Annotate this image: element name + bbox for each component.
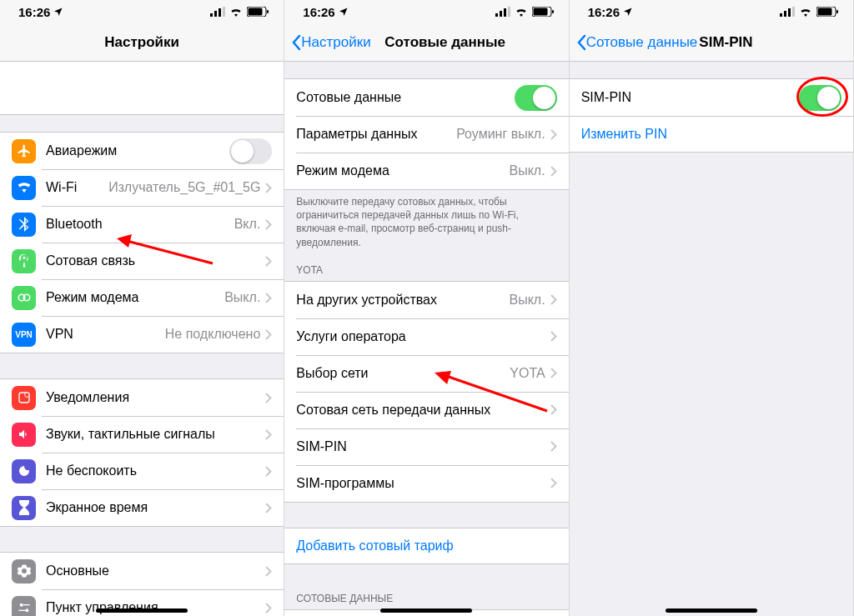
svg-rect-30 <box>788 8 791 17</box>
svg-rect-14 <box>18 610 25 611</box>
back-button[interactable]: Сотовые данные <box>576 34 698 51</box>
wifi-icon <box>799 7 812 17</box>
row-data-options[interactable]: Параметры данных Роуминг выкл. <box>284 116 568 153</box>
row-value: Излучатель_5G_#01_5G <box>108 180 260 195</box>
chevron-right-icon <box>550 441 557 452</box>
row-value: Не подключено <box>165 327 261 342</box>
wifi-icon <box>229 7 243 17</box>
chevron-left-icon <box>291 34 301 51</box>
row-carrier-services[interactable]: Услуги оператора <box>284 318 568 355</box>
svg-point-10 <box>24 393 28 397</box>
svg-rect-0 <box>210 13 213 17</box>
svg-rect-31 <box>792 7 795 17</box>
row-cellular-network[interactable]: Сотовая сеть передачи данных <box>284 392 568 428</box>
chevron-right-icon <box>550 404 557 415</box>
status-time: 16:26 <box>18 5 50 19</box>
svg-rect-29 <box>784 11 786 17</box>
chevron-right-icon <box>550 294 557 305</box>
back-label: Настройки <box>301 34 370 51</box>
svg-rect-33 <box>817 8 831 16</box>
status-bar: 16:26 <box>284 0 568 23</box>
settings-pane: 16:26 Настройки Авиарежим <box>0 0 284 616</box>
row-bluetooth[interactable]: Bluetooth Вкл. <box>0 206 284 243</box>
hotspot-icon <box>12 286 36 310</box>
svg-rect-3 <box>223 7 225 17</box>
chevron-right-icon <box>265 256 272 267</box>
row-label: SIM-PIN <box>296 439 550 454</box>
change-pin-link[interactable]: Изменить PIN <box>570 116 853 153</box>
row-label: Wi-Fi <box>46 180 108 195</box>
add-plan-link[interactable]: Добавить сотовый тариф <box>284 528 568 564</box>
sim-pin-toggle[interactable] <box>799 85 841 111</box>
nav-bar: Настройки Сотовые данные <box>284 23 568 62</box>
section-header: YOTA <box>284 251 568 281</box>
row-network-selection[interactable]: Выбор сети YOTA <box>284 355 568 392</box>
profile-block[interactable] <box>0 62 284 115</box>
row-label: Режим модема <box>46 290 224 305</box>
row-cellular-data[interactable]: Сотовые данные <box>284 79 568 116</box>
chevron-right-icon <box>265 503 272 513</box>
row-sim-apps[interactable]: SIM-программы <box>284 465 568 502</box>
sliders-icon <box>12 596 36 617</box>
home-indicator <box>380 608 472 613</box>
svg-rect-24 <box>533 8 547 16</box>
row-vpn[interactable]: VPN VPN Не подключено <box>0 316 284 353</box>
row-label: Уведомления <box>46 390 265 405</box>
back-button[interactable]: Настройки <box>291 34 370 51</box>
svg-rect-2 <box>219 8 221 17</box>
battery-icon <box>532 7 554 17</box>
svg-rect-28 <box>780 13 782 17</box>
row-label: Авиарежим <box>46 143 229 158</box>
row-cellular[interactable]: Сотовая связь <box>0 243 284 279</box>
chevron-right-icon <box>265 393 272 403</box>
row-label: VPN <box>46 327 165 342</box>
wifi-settings-icon <box>12 176 36 200</box>
row-airplane[interactable]: Авиарежим <box>0 133 284 169</box>
row-hotspot[interactable]: Режим модема Выкл. <box>284 153 568 189</box>
nav-title: Настройки <box>0 34 284 51</box>
row-other-devices[interactable]: На других устройствах Выкл. <box>284 282 568 318</box>
row-sounds[interactable]: Звуки, тактильные сигналы <box>0 416 284 453</box>
row-general[interactable]: Основные <box>0 553 284 589</box>
row-label: SIM-программы <box>296 476 550 491</box>
row-notifications[interactable]: Уведомления <box>0 379 284 416</box>
nav-bar: Сотовые данные SIM-PIN <box>570 23 853 62</box>
chevron-right-icon <box>265 219 272 230</box>
row-label: SIM-PIN <box>581 90 799 105</box>
add-plan-label: Добавить сотовый тариф <box>296 538 453 553</box>
sounds-icon <box>12 423 36 447</box>
sim-pin-pane: 16:26 Сотовые данные SIM-PIN SIM-PIN Изм… <box>570 0 854 616</box>
home-indicator <box>666 608 757 613</box>
moon-icon <box>12 459 36 483</box>
svg-rect-25 <box>552 10 554 13</box>
row-hotspot[interactable]: Режим модема Выкл. <box>0 279 284 316</box>
row-value: YOTA <box>510 366 545 381</box>
signal-icon <box>210 7 225 17</box>
row-label: Выбор сети <box>296 366 510 381</box>
chevron-right-icon <box>265 603 272 613</box>
row-sim-pin-toggle[interactable]: SIM-PIN <box>570 79 853 116</box>
cellular-data-toggle[interactable] <box>515 85 557 111</box>
svg-rect-1 <box>214 11 217 17</box>
row-label: Параметры данных <box>296 127 456 142</box>
row-dnd[interactable]: Не беспокоить <box>0 453 284 489</box>
status-time: 16:26 <box>303 5 334 19</box>
battery-icon <box>816 7 838 17</box>
row-screentime[interactable]: Экранное время <box>0 489 284 526</box>
wifi-icon <box>515 7 528 17</box>
nav-title: SIM-PIN <box>697 34 846 51</box>
row-label: Режим модема <box>296 163 509 178</box>
chevron-right-icon <box>265 329 272 340</box>
signal-icon <box>780 7 795 17</box>
status-bar: 16:26 <box>570 0 853 23</box>
svg-rect-19 <box>495 13 498 17</box>
row-sim-pin[interactable]: SIM-PIN <box>284 428 568 465</box>
row-label: Сотовые данные <box>296 90 514 105</box>
svg-rect-22 <box>508 7 510 17</box>
location-icon <box>339 7 349 17</box>
airplane-toggle[interactable] <box>229 138 272 164</box>
chevron-right-icon <box>550 331 557 342</box>
row-label: Основные <box>46 563 265 578</box>
section-header: СОТОВЫЕ ДАННЫЕ <box>284 564 568 609</box>
row-wifi[interactable]: Wi-Fi Излучатель_5G_#01_5G <box>0 169 284 206</box>
